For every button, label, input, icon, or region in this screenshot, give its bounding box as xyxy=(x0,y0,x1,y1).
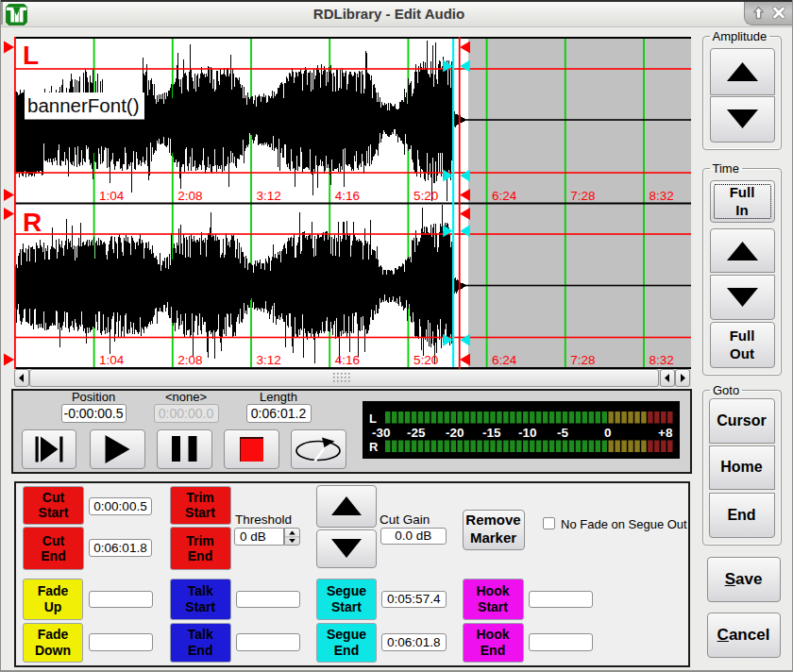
svg-text:R: R xyxy=(23,208,42,237)
svg-text:bannerFont(): bannerFont() xyxy=(27,94,140,116)
svg-text:1:04: 1:04 xyxy=(99,353,125,367)
svg-text:4:16: 4:16 xyxy=(335,353,360,367)
svg-text:3:12: 3:12 xyxy=(257,189,281,203)
svg-text:3:12: 3:12 xyxy=(257,353,281,367)
svg-text:8:32: 8:32 xyxy=(650,353,674,367)
svg-text:2:08: 2:08 xyxy=(177,353,202,367)
svg-text:7:28: 7:28 xyxy=(570,353,595,367)
svg-text:L: L xyxy=(23,41,39,70)
svg-text:2:08: 2:08 xyxy=(177,189,202,203)
svg-text:5:20: 5:20 xyxy=(413,353,438,367)
svg-text:8:32: 8:32 xyxy=(650,189,674,203)
svg-text:6:24: 6:24 xyxy=(492,353,517,367)
svg-text:4:16: 4:16 xyxy=(335,189,360,203)
svg-text:6:24: 6:24 xyxy=(492,189,517,203)
svg-text:1:04: 1:04 xyxy=(99,189,125,203)
svg-text:7:28: 7:28 xyxy=(570,189,595,203)
svg-text:5:20: 5:20 xyxy=(413,189,438,203)
